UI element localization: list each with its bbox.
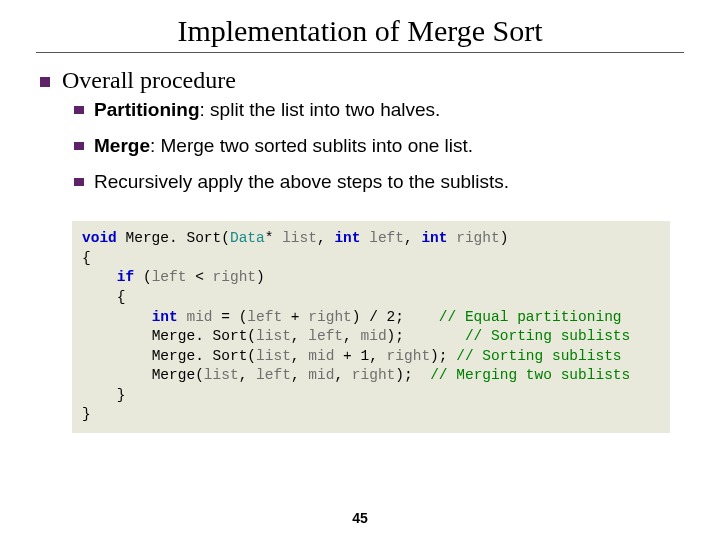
list-item: Recursively apply the above steps to the… (74, 170, 684, 194)
slide-title: Implementation of Merge Sort (36, 14, 684, 48)
bullet-square-icon (74, 142, 84, 150)
bullet-level2-list: Partitioning: split the list into two ha… (74, 98, 684, 193)
bullet-level1-text: Overall procedure (62, 67, 236, 94)
slide: Implementation of Merge Sort Overall pro… (0, 0, 720, 540)
bullet-square-icon (74, 106, 84, 114)
title-rule (36, 52, 684, 53)
list-item-text: Recursively apply the above steps to the… (94, 170, 509, 194)
bullet-square-icon (40, 77, 50, 87)
list-item: Merge: Merge two sorted sublits into one… (74, 134, 684, 158)
list-item-text: Merge: Merge two sorted sublits into one… (94, 134, 473, 158)
bullet-square-icon (74, 178, 84, 186)
page-number: 45 (0, 510, 720, 526)
code-block: void Merge. Sort(Data* list, int left, i… (72, 221, 670, 433)
bullet-level1: Overall procedure Partitioning: split th… (40, 67, 684, 193)
list-item-text: Partitioning: split the list into two ha… (94, 98, 440, 122)
list-item: Partitioning: split the list into two ha… (74, 98, 684, 122)
